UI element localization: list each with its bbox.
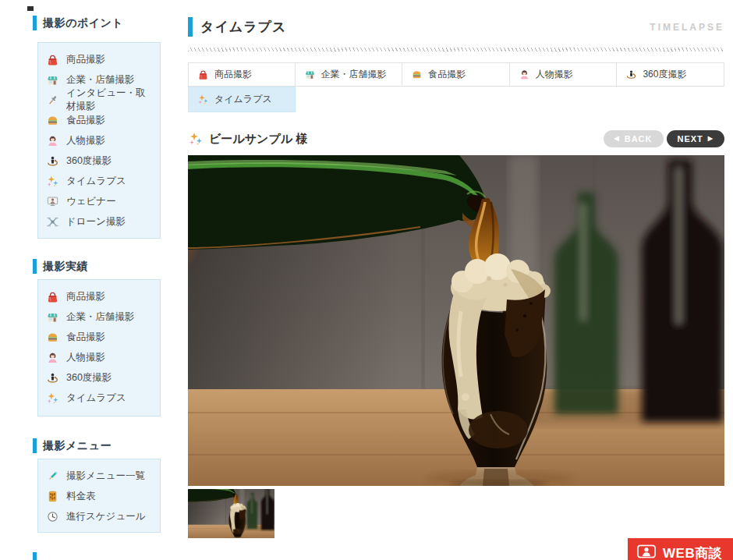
sidebar-item-label: タイムラプス — [66, 175, 126, 188]
burger-icon — [46, 114, 59, 127]
sidebar-item-label: タイムラプス — [66, 392, 126, 405]
sidebar-item-360-works[interactable]: 360度撮影 — [43, 367, 155, 388]
page-header: タイムラプス TIMELAPSE — [188, 17, 724, 37]
accent-bar — [33, 438, 37, 453]
web-consult-label: WEB商談 — [663, 544, 722, 560]
sidebar-item-price-table[interactable]: 料金表 — [43, 486, 155, 506]
tab-label: 企業・店舗撮影 — [321, 68, 387, 81]
sidebar-item-label: 食品撮影 — [66, 114, 105, 127]
store-icon — [46, 73, 59, 87]
sidebar-item-portrait-photo[interactable]: 人物撮影 — [43, 130, 155, 151]
accent-bar — [33, 259, 37, 274]
sidebar-item-label: 食品撮影 — [66, 331, 105, 344]
tab-label: 食品撮影 — [428, 68, 466, 81]
tab-product-photo[interactable]: 商品撮影 — [188, 62, 296, 87]
sidebar-heading-menu: 撮影メニュー — [33, 438, 112, 453]
sidebar-item-label: 商品撮影 — [66, 290, 105, 303]
sidebar-heading-results: 撮影実績 — [33, 259, 88, 274]
sidebar-item-drone-photo[interactable]: ドローン撮影 — [43, 211, 155, 232]
sidebar-item-label: 料金表 — [66, 490, 96, 503]
accent-bar — [188, 17, 193, 37]
accent-bar — [33, 552, 37, 560]
page-title: タイムラプス — [200, 18, 286, 36]
store-icon — [304, 69, 316, 80]
pencil-icon — [46, 470, 59, 483]
section-title: 撮影のポイント — [43, 16, 123, 30]
beer-pour-thumbnail[interactable] — [188, 489, 274, 538]
rotate-360-icon — [46, 154, 59, 168]
bag-icon — [46, 290, 59, 303]
sidebar-box-results: 商品撮影 企業・店舗撮影 食品撮影 人物撮影 360度撮影 タイムラプス — [37, 279, 161, 416]
sidebar-item-portrait-works[interactable]: 人物撮影 — [43, 347, 155, 367]
rotate-360-icon — [625, 69, 637, 80]
sidebar-item-360-photo[interactable]: 360度撮影 — [43, 151, 155, 171]
sidebar-heading-points: 撮影のポイント — [33, 16, 123, 30]
page-title-en: TIMELAPSE — [650, 22, 724, 33]
tab-label: タイムラプス — [214, 93, 272, 106]
main-content: タイムラプス TIMELAPSE 商品撮影 企業・店舗撮影 食品撮影 人物撮影 … — [188, 0, 724, 560]
sidebar-item-schedule[interactable]: 進行スケジュール — [43, 506, 155, 526]
sidebar-item-product-works[interactable]: 商品撮影 — [43, 286, 155, 307]
tab-company-photo[interactable]: 企業・店舗撮影 — [296, 62, 403, 87]
sidebar-item-label: 進行スケジュール — [66, 510, 145, 523]
back-button[interactable]: ◀ BACK — [604, 130, 664, 147]
sidebar-item-food-works[interactable]: 食品撮影 — [43, 327, 155, 347]
hatched-divider — [188, 48, 724, 51]
sidebar-item-timelapse-works[interactable]: タイムラプス — [43, 388, 155, 408]
tab-label: 360度撮影 — [643, 68, 686, 81]
sidebar-item-label: 360度撮影 — [66, 154, 112, 168]
sidebar-item-interview-photo[interactable]: インタビュー・取材撮影 — [43, 90, 155, 110]
drone-icon — [46, 215, 59, 229]
contact-card-icon — [637, 544, 656, 558]
gallery-title: ビールサンプル 様 — [188, 131, 307, 147]
sparkles-icon — [188, 131, 204, 147]
gallery-header: ビールサンプル 様 ◀ BACK NEXT ▶ — [188, 129, 724, 149]
sparkles-icon — [46, 175, 59, 188]
rotate-360-icon — [46, 371, 59, 385]
sparkles-icon — [197, 94, 209, 105]
beer-pour-photo — [188, 155, 724, 486]
microphone-icon — [46, 94, 59, 107]
sidebar-box-points: 商品撮影 企業・店舗撮影 インタビュー・取材撮影 食品撮影 人物撮影 360度撮… — [37, 42, 161, 239]
tab-portrait-photo[interactable]: 人物撮影 — [510, 62, 618, 87]
tab-label: 人物撮影 — [536, 68, 573, 81]
sidebar-item-company-works[interactable]: 企業・店舗撮影 — [43, 307, 155, 327]
person-icon — [519, 69, 530, 80]
store-icon — [46, 310, 59, 324]
next-label: NEXT — [678, 134, 703, 144]
bag-icon — [197, 69, 209, 80]
tab-food-photo[interactable]: 食品撮影 — [402, 62, 510, 87]
sidebar-item-label: ウェビナー — [66, 195, 116, 208]
sparkles-icon — [46, 392, 59, 405]
section-title: 撮影メニュー — [43, 439, 112, 453]
sidebar-item-menu-list[interactable]: 撮影メニュー一覧 — [43, 466, 155, 486]
back-label: BACK — [625, 134, 653, 144]
sidebar-item-webinar[interactable]: ウェビナー — [43, 191, 155, 211]
clock-icon — [46, 510, 59, 523]
category-tabs-row2: タイムラプス — [188, 87, 724, 112]
next-button[interactable]: NEXT ▶ — [667, 130, 725, 147]
webinar-icon — [46, 195, 59, 208]
accent-bar — [33, 16, 37, 30]
burger-icon — [411, 69, 423, 80]
sidebar-item-product-photo[interactable]: 商品撮影 — [43, 49, 155, 69]
tab-label: 商品撮影 — [214, 68, 252, 81]
burger-icon — [46, 331, 59, 344]
sidebar-item-label: 撮影メニュー一覧 — [66, 470, 145, 483]
sidebar-item-label: 人物撮影 — [66, 134, 105, 147]
person-icon — [46, 351, 59, 364]
person-icon — [46, 134, 59, 147]
tab-timelapse-active[interactable]: タイムラプス — [188, 87, 296, 112]
client-name: ビールサンプル 様 — [209, 132, 307, 147]
sidebar: 撮影のポイント 商品撮影 企業・店舗撮影 インタビュー・取材撮影 食品撮影 人物… — [33, 0, 167, 560]
sidebar-heading-cutoff — [33, 552, 37, 560]
category-tabs-row1: 商品撮影 企業・店舗撮影 食品撮影 人物撮影 360度撮影 — [188, 62, 724, 87]
tab-360-photo[interactable]: 360度撮影 — [617, 62, 724, 87]
arrow-right-icon: ▶ — [708, 136, 714, 142]
web-consult-badge[interactable]: WEB商談 — [628, 538, 733, 560]
sidebar-item-label: 企業・店舗撮影 — [66, 310, 135, 324]
sidebar-item-label: 企業・店舗撮影 — [66, 73, 135, 87]
sidebar-item-timelapse[interactable]: タイムラプス — [43, 171, 155, 191]
section-title: 撮影実績 — [43, 260, 88, 274]
bag-icon — [46, 53, 59, 66]
